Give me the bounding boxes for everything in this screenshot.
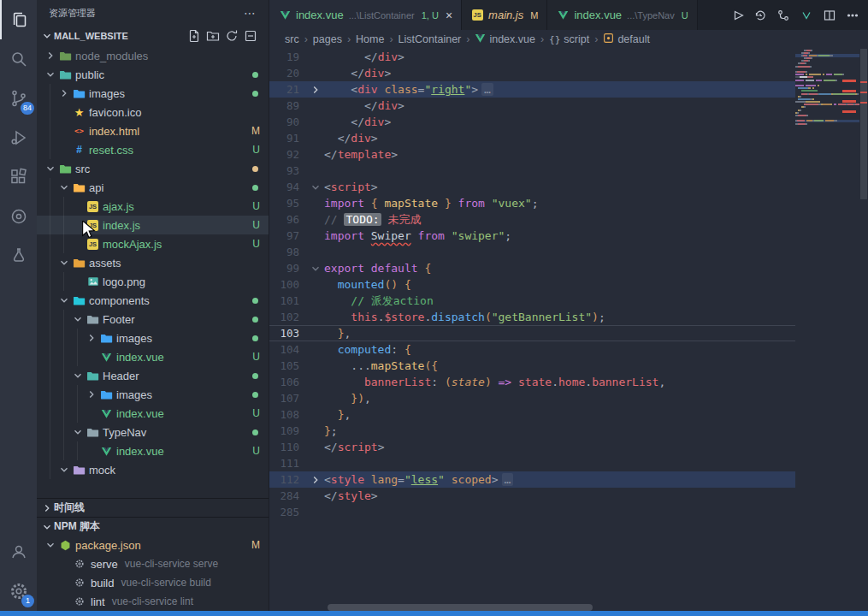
tab-main-js-1[interactable]: JSmain.jsM (462, 0, 547, 30)
tree-item-assets[interactable]: assets (37, 253, 269, 272)
code-line-285[interactable]: 285 (269, 504, 795, 520)
code-line-102[interactable]: 102 this.$store.dispatch("getBannerList"… (269, 309, 795, 325)
history-icon[interactable] (749, 4, 771, 26)
extensions-icon[interactable] (0, 157, 37, 197)
chevron-down-icon[interactable] (44, 68, 57, 80)
breadcrumb-item-Home[interactable]: Home (356, 33, 384, 45)
chevron-down-icon[interactable] (44, 539, 57, 551)
code-line-90[interactable]: 90 </div> (269, 114, 795, 130)
tab-index-vue-2[interactable]: index.vue...\TypeNavU (547, 0, 697, 30)
tree-item-logo-png[interactable]: logo.png (37, 272, 269, 291)
fold-closed-icon[interactable] (307, 474, 324, 486)
tree-item-index-vue[interactable]: index.vueU (37, 404, 269, 423)
code-line-284[interactable]: 284</style> (269, 488, 795, 504)
tree-item-favicon-ico[interactable]: ★favicon.ico (37, 103, 269, 121)
scrollbar-thumb[interactable] (860, 49, 867, 199)
tree-item-ajax-js[interactable]: JSajax.jsU (37, 197, 269, 216)
code-line-91[interactable]: 91 </div> (269, 130, 795, 146)
code-line-101[interactable]: 101 // 派发action (269, 293, 795, 309)
tree-item-images[interactable]: images (37, 84, 269, 103)
chevron-right-icon[interactable] (44, 50, 57, 62)
code-line-92[interactable]: 92</template> (269, 146, 795, 163)
fold-open-icon[interactable] (307, 181, 324, 193)
npm-script-serve[interactable]: servevue-cli-service serve (37, 554, 269, 573)
account-icon[interactable] (0, 532, 37, 572)
collapse-all-icon[interactable] (243, 28, 258, 44)
settings-icon[interactable]: 1 (0, 572, 37, 611)
minimap[interactable] (795, 49, 859, 611)
breadcrumb-item-index-vue[interactable]: index.vue (475, 33, 535, 46)
code-line-111[interactable]: 111 (269, 455, 795, 471)
code-line-107[interactable]: 107 }), (269, 390, 795, 406)
tree-item-images[interactable]: images (37, 329, 269, 347)
split-editor-icon[interactable] (818, 4, 840, 26)
tree-item-mockajax-js[interactable]: JSmockAjax.jsU (37, 234, 269, 253)
code-line-100[interactable]: 100 mounted() { (269, 276, 795, 293)
breadcrumb-item-script[interactable]: {}script (549, 33, 589, 45)
code-line-108[interactable]: 108 }, (269, 406, 795, 423)
run-debug-icon[interactable] (0, 118, 37, 157)
tree-item-mock[interactable]: mock (37, 460, 269, 479)
timeline-panel-header[interactable]: 时间线 (37, 498, 269, 517)
tree-item-index-js[interactable]: JSindex.jsU (37, 216, 269, 234)
more-actions-icon[interactable] (841, 4, 863, 26)
search-icon[interactable] (0, 39, 37, 79)
code-line-95[interactable]: 95import { mapState } from "vuex"; (269, 195, 795, 211)
new-file-icon[interactable] (186, 28, 202, 44)
code-line-98[interactable]: 98 (269, 244, 795, 260)
git-compare-icon[interactable] (772, 4, 794, 26)
code-line-109[interactable]: 109}; (269, 423, 795, 439)
tree-item-public[interactable]: public (37, 65, 269, 84)
fold-closed-icon[interactable] (307, 84, 324, 96)
remote-icon[interactable] (0, 197, 37, 236)
npm-package-json[interactable]: package.jsonM (37, 536, 269, 554)
code-line-105[interactable]: 105 ...mapState({ (269, 358, 795, 374)
code-line-21[interactable]: 21 <div class="right">… (269, 81, 795, 98)
vertical-scrollbar[interactable] (859, 49, 868, 611)
code-area[interactable]: 19 </div>20 </div>21 <div class="right">… (269, 49, 868, 611)
code-line-104[interactable]: 104 computed: { (269, 341, 795, 358)
testing-icon[interactable] (0, 236, 37, 275)
tree-item-src[interactable]: src (37, 159, 269, 178)
npm-script-lint[interactable]: lintvue-cli-service lint (37, 592, 269, 611)
npm-script-build[interactable]: buildvue-cli-service build (37, 573, 269, 592)
tree-item-images[interactable]: images (37, 385, 269, 404)
chevron-down-icon[interactable] (44, 163, 57, 175)
code-line-99[interactable]: 99export default { (269, 260, 795, 276)
code-line-19[interactable]: 19 </div> (269, 49, 795, 65)
run-icon[interactable] (726, 4, 747, 26)
new-folder-icon[interactable] (205, 28, 221, 44)
tab-index-vue-0[interactable]: index.vue...\ListContainer1, U× (269, 0, 462, 30)
horizontal-scrollbar[interactable] (328, 604, 593, 611)
code-line-94[interactable]: 94<script> (269, 179, 795, 195)
fold-open-icon[interactable] (307, 263, 324, 275)
tree-item-api[interactable]: api (37, 178, 269, 197)
code-line-106[interactable]: 106 bannerList: (state) => state.home.ba… (269, 374, 795, 390)
source-control-icon[interactable]: 84 (0, 79, 37, 118)
breadcrumb-item-default[interactable]: default (603, 33, 650, 46)
code-line-103[interactable]: 103 }, (269, 325, 795, 341)
vue-preview-icon[interactable] (795, 4, 817, 26)
npm-scripts-panel-header[interactable]: NPM 脚本 (37, 517, 269, 536)
close-icon[interactable]: × (446, 9, 452, 22)
breadcrumb-item-pages[interactable]: pages (313, 33, 342, 45)
breadcrumb-item-src[interactable]: src (285, 33, 299, 45)
code-line-93[interactable]: 93 (269, 163, 795, 179)
tree-item-components[interactable]: components (37, 291, 269, 310)
breadcrumb-item-ListContainer[interactable]: ListContainer (399, 33, 462, 45)
code-line-20[interactable]: 20 </div> (269, 65, 795, 81)
tree-item-index-vue[interactable]: index.vueU (37, 347, 269, 366)
explorer-icon[interactable] (0, 0, 37, 39)
tree-item-footer[interactable]: Footer (37, 310, 269, 329)
code-line-96[interactable]: 96// TODO: 未完成 (269, 211, 795, 228)
code-line-97[interactable]: 97import Swiper from "swiper"; (269, 228, 795, 244)
tree-item-node-modules[interactable]: node_modules (37, 46, 269, 65)
tree-item-header[interactable]: Header (37, 366, 269, 385)
code-line-110[interactable]: 110</script> (269, 439, 795, 455)
tree-item-index-vue[interactable]: index.vueU (37, 441, 269, 460)
more-actions-icon[interactable]: ⋯ (244, 6, 257, 20)
tree-item-index-html[interactable]: <>index.htmlM (37, 121, 269, 140)
refresh-icon[interactable] (224, 28, 239, 44)
section-header[interactable]: MALL_WEBSITE (37, 26, 269, 46)
code-line-112[interactable]: 112<style lang="less" scoped>… (269, 471, 795, 488)
